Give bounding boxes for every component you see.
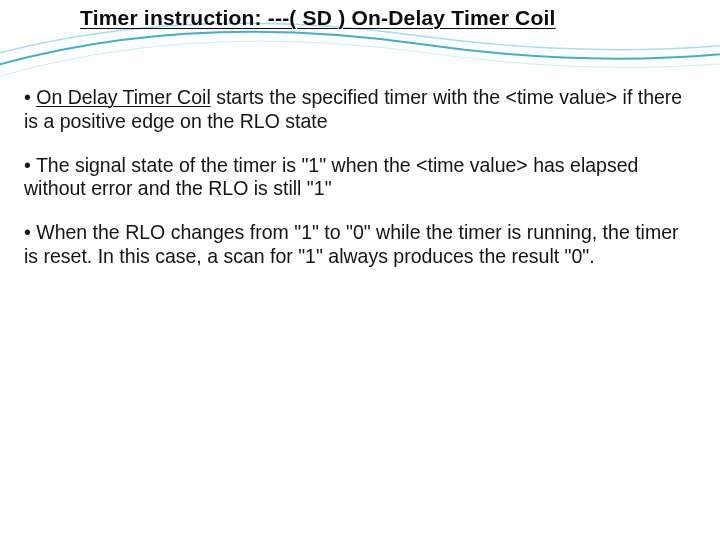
bullet-1: • On Delay Timer Coil starts the specifi… xyxy=(24,86,688,134)
bullet-3-text: When the RLO changes from "1" to "0" whi… xyxy=(24,221,678,267)
bullet-3: • When the RLO changes from "1" to "0" w… xyxy=(24,221,688,269)
slide-title: Timer instruction: ---( SD ) On-Delay Ti… xyxy=(80,6,680,30)
bullet-1-lead: On Delay Timer Coil xyxy=(36,86,210,108)
slide-body: • On Delay Timer Coil starts the specifi… xyxy=(24,86,688,289)
bullet-2-text: The signal state of the timer is "1" whe… xyxy=(24,154,638,200)
bullet-2: • The signal state of the timer is "1" w… xyxy=(24,154,688,202)
